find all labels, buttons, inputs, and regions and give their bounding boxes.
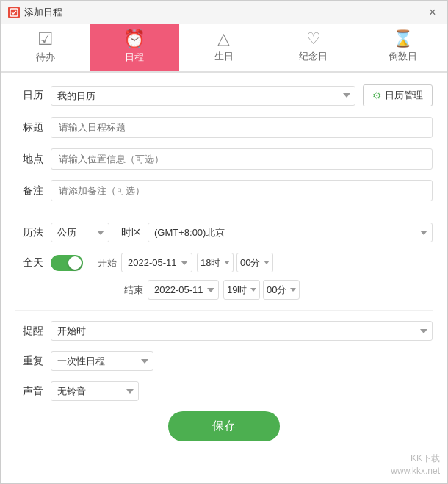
watermark: KK下载 www.kkx.net	[391, 452, 440, 477]
tab-countdown-label: 倒数日	[389, 50, 417, 63]
caltype-select[interactable]: 公历	[51, 223, 109, 242]
schedule-icon: ⏰	[123, 30, 145, 48]
mgmt-label: 日历管理	[385, 89, 423, 102]
note-label: 备注	[15, 184, 43, 198]
countdown-icon: ⌛	[393, 31, 413, 47]
repeat-row: 重复 一次性日程	[15, 351, 433, 371]
anniversary-icon: ♡	[306, 31, 321, 47]
divider-1	[15, 212, 433, 212]
tab-schedule[interactable]: ⏰ 日程	[90, 24, 180, 71]
end-date-select[interactable]: 2022-05-11	[148, 280, 219, 300]
tab-countdown[interactable]: ⌛ 倒数日	[358, 24, 447, 71]
note-row: 备注	[15, 180, 433, 201]
reminder-label: 提醒	[15, 325, 43, 338]
start-label: 开始	[98, 256, 117, 270]
title-label: 标题	[15, 121, 43, 134]
calendar-row: 日历 我的日历 ⚙ 日历管理	[15, 84, 433, 106]
sound-select[interactable]: 无铃音	[51, 381, 139, 401]
location-row: 地点	[15, 148, 433, 170]
tab-anniversary-label: 纪念日	[299, 50, 328, 63]
watermark-line1: KK下载	[391, 452, 440, 465]
toggle-knob	[68, 256, 82, 270]
add-schedule-window: 添加日程 × ☑ 待办 ⏰ 日程 △ 生日 ♡ 纪念日 ⌛ 倒数日 日历	[0, 0, 448, 484]
reminder-select[interactable]: 开始时	[51, 321, 433, 341]
timezone-select[interactable]: (GMT+8:00)北京	[148, 223, 433, 242]
timezone-label: 时区	[121, 226, 142, 239]
watermark-line2: www.kkx.net	[391, 465, 440, 477]
close-button[interactable]: ×	[425, 5, 440, 20]
title-control	[51, 117, 433, 138]
gear-icon: ⚙	[372, 90, 382, 101]
window-title: 添加日程	[24, 6, 62, 19]
divider-2	[15, 310, 433, 311]
location-control	[51, 148, 433, 170]
app-icon	[8, 7, 20, 18]
allday-row: 全天 开始 2022-05-11 18时 00分 结束	[15, 253, 433, 300]
end-min-select[interactable]: 00分	[263, 280, 300, 300]
caltype-tz-row: 历法 公历 时区 (GMT+8:00)北京	[15, 223, 433, 242]
calendar-control: 我的日历 ⚙ 日历管理	[51, 84, 433, 106]
tab-birthday[interactable]: △ 生日	[179, 24, 269, 71]
calendar-label: 日历	[15, 89, 43, 102]
title-bar-left: 添加日程	[8, 6, 62, 19]
repeat-select[interactable]: 一次性日程	[51, 351, 153, 371]
start-hour-select[interactable]: 18时	[197, 253, 234, 272]
end-hour-select[interactable]: 19时	[223, 280, 260, 300]
save-button[interactable]: 保存	[168, 411, 280, 441]
start-min-select[interactable]: 00分	[236, 253, 273, 272]
sound-row: 声音 无铃音	[15, 381, 433, 401]
calendar-mgmt-button[interactable]: ⚙ 日历管理	[363, 84, 433, 106]
tab-todo-label: 待办	[36, 51, 55, 64]
todo-icon: ☑	[37, 30, 54, 48]
allday-label: 全天	[15, 256, 43, 270]
form-content: 日历 我的日历 ⚙ 日历管理 标题 地点	[1, 73, 447, 483]
tab-bar: ☑ 待办 ⏰ 日程 △ 生日 ♡ 纪念日 ⌛ 倒数日	[1, 24, 447, 73]
note-input[interactable]	[51, 180, 433, 201]
tab-birthday-label: 生日	[214, 50, 234, 63]
repeat-label: 重复	[15, 355, 43, 368]
title-input[interactable]	[51, 117, 433, 138]
reminder-row: 提醒 开始时	[15, 321, 433, 341]
start-date-select[interactable]: 2022-05-11	[121, 253, 192, 272]
sound-label: 声音	[15, 385, 43, 398]
tab-todo[interactable]: ☑ 待办	[1, 24, 90, 71]
note-control	[51, 180, 433, 201]
location-input[interactable]	[51, 148, 433, 170]
title-row: 标题	[15, 117, 433, 138]
birthday-icon: △	[217, 31, 230, 47]
allday-toggle[interactable]	[51, 255, 83, 271]
tab-anniversary[interactable]: ♡ 纪念日	[269, 24, 358, 71]
title-bar: 添加日程 ×	[1, 1, 447, 24]
calendar-select[interactable]: 我的日历	[51, 86, 355, 106]
location-label: 地点	[15, 153, 43, 166]
end-label: 结束	[124, 283, 143, 297]
caltype-label: 历法	[15, 226, 43, 239]
tab-schedule-label: 日程	[125, 51, 144, 64]
